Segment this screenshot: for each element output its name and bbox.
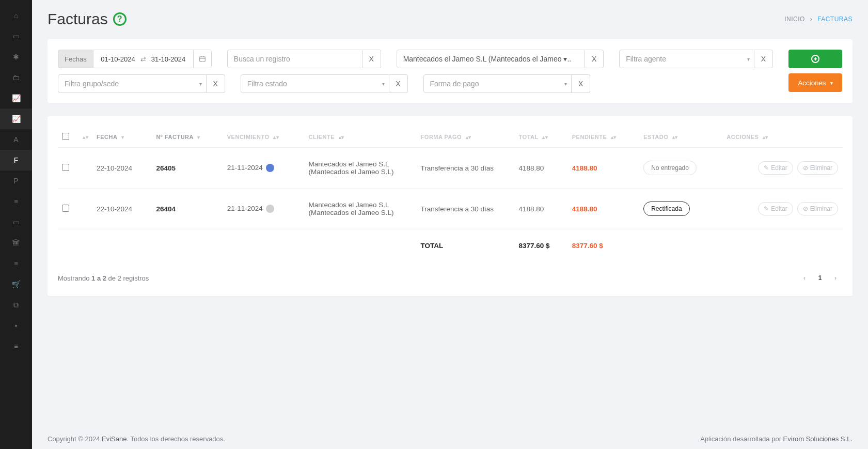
nav-card[interactable]: ▭ bbox=[0, 26, 32, 47]
breadcrumb-home[interactable]: INICIO bbox=[784, 16, 805, 23]
nav-a[interactable]: A bbox=[0, 129, 32, 150]
list-icon: ≡ bbox=[14, 197, 18, 206]
footer-brand-link[interactable]: EviSane bbox=[102, 435, 127, 443]
nav-f[interactable]: F bbox=[0, 150, 32, 171]
select-all-checkbox[interactable] bbox=[62, 133, 69, 140]
nav-folder[interactable]: 🗀 bbox=[0, 67, 32, 88]
nav-p[interactable]: P bbox=[0, 171, 32, 191]
client-select[interactable]: Mantecados el Jameo S.L (Mantecados el J… bbox=[397, 50, 586, 68]
agent-filter: Filtra agente ▾ X bbox=[619, 50, 773, 68]
chart-line-icon: 📈 bbox=[12, 115, 21, 123]
bank-icon: 🏛 bbox=[12, 239, 20, 247]
page-title: Facturas ? bbox=[48, 10, 127, 28]
search-input[interactable]: Busca un registro bbox=[227, 50, 362, 68]
venc-status-icon bbox=[266, 164, 274, 172]
agent-select[interactable]: Filtra agente ▾ bbox=[619, 50, 754, 68]
chevron-down-icon: ▾ bbox=[747, 56, 750, 62]
actions-dropdown-button[interactable]: Acciones ▾ bbox=[788, 73, 842, 92]
page-prev[interactable]: ‹ bbox=[798, 271, 811, 285]
pagination: ‹ 1 › bbox=[798, 271, 842, 285]
nav-bank[interactable]: 🏛 bbox=[0, 233, 32, 253]
add-button[interactable] bbox=[788, 50, 842, 68]
state-select[interactable]: Filtra estado ▾ bbox=[241, 74, 389, 93]
footer-dev-link[interactable]: Evirom Soluciones S.L. bbox=[783, 435, 853, 443]
clear-client-button[interactable]: X bbox=[585, 50, 604, 68]
chart-line-icon: 📈 bbox=[12, 94, 21, 102]
credit-card-icon: ▭ bbox=[13, 218, 20, 226]
sort-icon[interactable]: ▴▾ bbox=[83, 136, 88, 139]
client-filter: Mantecados el Jameo S.L (Mantecados el J… bbox=[397, 50, 604, 68]
row-checkbox[interactable] bbox=[62, 205, 69, 212]
id-card-icon: ▭ bbox=[13, 32, 20, 40]
list-icon: ≡ bbox=[14, 259, 18, 268]
clear-agent-button[interactable]: X bbox=[754, 50, 773, 68]
clear-search-button[interactable]: X bbox=[362, 50, 381, 68]
swap-icon: ⇄ bbox=[140, 55, 146, 63]
agent-select-placeholder: Filtra agente bbox=[626, 55, 666, 63]
page-next[interactable]: › bbox=[829, 271, 842, 285]
nav-cart[interactable]: 🛒 bbox=[0, 274, 32, 295]
status-badge: Rectificada bbox=[643, 202, 689, 216]
nav-list3[interactable]: ≡ bbox=[0, 336, 32, 357]
th-pend[interactable]: PENDIENTE ▴▾ bbox=[568, 127, 639, 148]
nav-home[interactable]: ⌂ bbox=[0, 5, 32, 26]
th-nfactura[interactable]: Nº FACTURA ▾ bbox=[152, 127, 223, 148]
help-icon[interactable]: ? bbox=[113, 12, 127, 26]
page-current[interactable]: 1 bbox=[813, 271, 827, 285]
edit-button[interactable]: ✎ Editar bbox=[758, 202, 793, 215]
totals-label: TOTAL bbox=[417, 229, 515, 262]
state-select-placeholder: Filtra estado bbox=[247, 80, 287, 88]
nav-copy[interactable]: ⧉ bbox=[0, 295, 32, 315]
client-select-value: Mantecados el Jameo S.L (Mantecados el J… bbox=[403, 55, 572, 63]
th-estado[interactable]: ESTADO ▴▾ bbox=[639, 127, 722, 148]
nav-chart1[interactable]: 📈 bbox=[0, 88, 32, 109]
clear-group-button[interactable]: X bbox=[207, 74, 225, 93]
nav-bug[interactable]: ✱ bbox=[0, 47, 32, 67]
totals-row: TOTAL 8377.60 $ 8377.60 $ bbox=[58, 229, 842, 262]
cell-pend: 4188.80 bbox=[568, 148, 639, 189]
filter-right-actions: Acciones ▾ bbox=[788, 50, 842, 93]
th-fecha[interactable]: FECHA ▾ bbox=[92, 127, 152, 148]
plus-icon bbox=[811, 55, 819, 63]
cell-fecha: 22-10-2024 bbox=[92, 189, 152, 229]
chevron-down-icon: ▾ bbox=[382, 81, 385, 87]
nav-bar[interactable]: ▪ bbox=[0, 315, 32, 336]
edit-button[interactable]: ✎ Editar bbox=[758, 161, 793, 175]
showing-text: Mostrando 1 a 2 de 2 registros bbox=[58, 274, 149, 282]
th-forma[interactable]: FORMA PAGO ▴▾ bbox=[417, 127, 515, 148]
filters-card: Fechas 01-10-2024 ⇄ 31-10-2024 Busca un … bbox=[48, 39, 853, 103]
clear-payment-button[interactable]: X bbox=[572, 74, 590, 93]
nav-credit[interactable]: ▭ bbox=[0, 212, 32, 233]
th-acc: ACCIONES ▴▾ bbox=[722, 127, 842, 148]
date-range-input[interactable]: 01-10-2024 ⇄ 31-10-2024 bbox=[93, 50, 193, 68]
nav-list1[interactable]: ≡ bbox=[0, 191, 32, 212]
cell-num[interactable]: 26405 bbox=[152, 148, 223, 189]
delete-button[interactable]: ⊘ Eliminar bbox=[797, 202, 838, 215]
list-icon: ≡ bbox=[14, 342, 18, 350]
totals-pend: 8377.60 $ bbox=[568, 229, 639, 262]
nav-chart2[interactable]: 📈 bbox=[0, 109, 32, 129]
calendar-icon[interactable] bbox=[193, 50, 212, 68]
clear-state-button[interactable]: X bbox=[389, 74, 408, 93]
group-select[interactable]: Filtra grupo/sede ▾ bbox=[58, 74, 207, 93]
row-checkbox[interactable] bbox=[62, 164, 69, 171]
date-label: Fechas bbox=[58, 50, 93, 68]
cell-num[interactable]: 26404 bbox=[152, 189, 223, 229]
bar-chart-icon: ▪ bbox=[15, 321, 18, 330]
th-venc[interactable]: VENCIMIENTO ▴▾ bbox=[223, 127, 305, 148]
payment-select[interactable]: Forma de pago ▾ bbox=[423, 74, 572, 93]
th-cliente[interactable]: CLIENTE ▴▾ bbox=[305, 127, 417, 148]
search-filter: Busca un registro X bbox=[227, 50, 381, 68]
home-icon: ⌂ bbox=[14, 11, 18, 20]
nav-list2[interactable]: ≡ bbox=[0, 253, 32, 274]
payment-select-placeholder: Forma de pago bbox=[430, 80, 479, 88]
bug-icon: ✱ bbox=[13, 53, 19, 61]
cell-forma: Transferencia a 30 días bbox=[417, 148, 515, 189]
delete-button[interactable]: ⊘ Eliminar bbox=[797, 161, 838, 175]
cell-total: 4188.80 bbox=[515, 148, 568, 189]
sidebar: ⌂ ▭ ✱ 🗀 📈 📈 A F P ≡ ▭ 🏛 ≡ 🛒 ⧉ ▪ ≡ bbox=[0, 0, 32, 449]
th-total[interactable]: TOTAL ▴▾ bbox=[515, 127, 568, 148]
copy-icon: ⧉ bbox=[13, 301, 19, 309]
date-range-filter: Fechas 01-10-2024 ⇄ 31-10-2024 bbox=[58, 50, 212, 68]
page-title-text: Facturas bbox=[48, 10, 108, 28]
